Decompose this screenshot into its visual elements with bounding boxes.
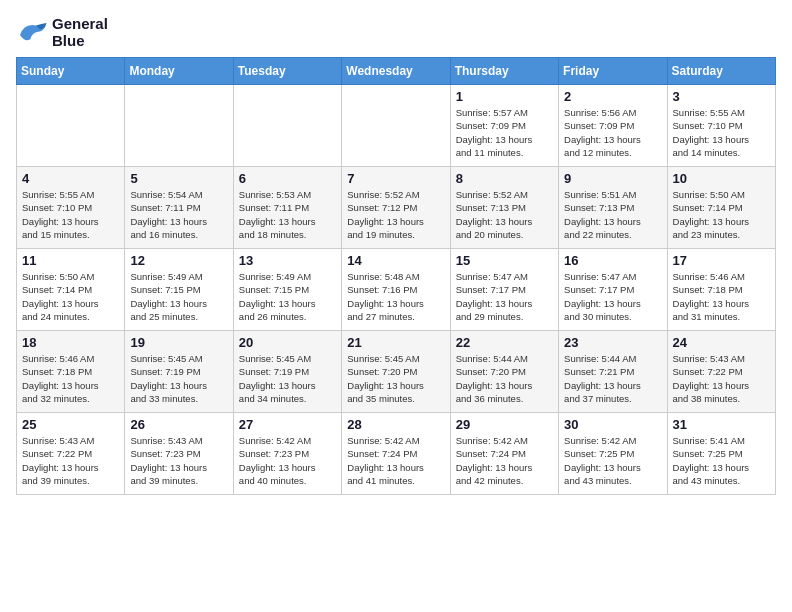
day-number: 10 <box>673 171 770 186</box>
day-info: Sunrise: 5:53 AM Sunset: 7:11 PM Dayligh… <box>239 188 336 241</box>
day-info: Sunrise: 5:57 AM Sunset: 7:09 PM Dayligh… <box>456 106 553 159</box>
logo: General Blue <box>16 16 108 49</box>
day-number: 13 <box>239 253 336 268</box>
calendar-week-row: 4Sunrise: 5:55 AM Sunset: 7:10 PM Daylig… <box>17 167 776 249</box>
calendar-day-cell <box>125 85 233 167</box>
day-of-week-header: Friday <box>559 58 667 85</box>
calendar-day-cell: 28Sunrise: 5:42 AM Sunset: 7:24 PM Dayli… <box>342 413 450 495</box>
day-info: Sunrise: 5:43 AM Sunset: 7:22 PM Dayligh… <box>22 434 119 487</box>
day-info: Sunrise: 5:46 AM Sunset: 7:18 PM Dayligh… <box>22 352 119 405</box>
day-info: Sunrise: 5:44 AM Sunset: 7:20 PM Dayligh… <box>456 352 553 405</box>
day-number: 25 <box>22 417 119 432</box>
day-of-week-header: Tuesday <box>233 58 341 85</box>
calendar-day-cell: 19Sunrise: 5:45 AM Sunset: 7:19 PM Dayli… <box>125 331 233 413</box>
calendar-day-cell: 30Sunrise: 5:42 AM Sunset: 7:25 PM Dayli… <box>559 413 667 495</box>
page-header: General Blue <box>16 16 776 49</box>
day-number: 1 <box>456 89 553 104</box>
day-number: 26 <box>130 417 227 432</box>
day-info: Sunrise: 5:56 AM Sunset: 7:09 PM Dayligh… <box>564 106 661 159</box>
day-of-week-header: Sunday <box>17 58 125 85</box>
day-of-week-header: Wednesday <box>342 58 450 85</box>
day-info: Sunrise: 5:41 AM Sunset: 7:25 PM Dayligh… <box>673 434 770 487</box>
day-number: 2 <box>564 89 661 104</box>
day-info: Sunrise: 5:42 AM Sunset: 7:23 PM Dayligh… <box>239 434 336 487</box>
day-number: 16 <box>564 253 661 268</box>
calendar-day-cell: 7Sunrise: 5:52 AM Sunset: 7:12 PM Daylig… <box>342 167 450 249</box>
day-of-week-header: Monday <box>125 58 233 85</box>
calendar-day-cell: 22Sunrise: 5:44 AM Sunset: 7:20 PM Dayli… <box>450 331 558 413</box>
day-number: 3 <box>673 89 770 104</box>
day-number: 20 <box>239 335 336 350</box>
day-number: 23 <box>564 335 661 350</box>
day-number: 8 <box>456 171 553 186</box>
calendar-day-cell <box>17 85 125 167</box>
day-info: Sunrise: 5:51 AM Sunset: 7:13 PM Dayligh… <box>564 188 661 241</box>
calendar-day-cell <box>233 85 341 167</box>
calendar-day-cell <box>342 85 450 167</box>
calendar-day-cell: 23Sunrise: 5:44 AM Sunset: 7:21 PM Dayli… <box>559 331 667 413</box>
calendar-day-cell: 13Sunrise: 5:49 AM Sunset: 7:15 PM Dayli… <box>233 249 341 331</box>
day-info: Sunrise: 5:44 AM Sunset: 7:21 PM Dayligh… <box>564 352 661 405</box>
day-info: Sunrise: 5:45 AM Sunset: 7:19 PM Dayligh… <box>130 352 227 405</box>
logo-bird-icon <box>16 19 48 47</box>
calendar-day-cell: 3Sunrise: 5:55 AM Sunset: 7:10 PM Daylig… <box>667 85 775 167</box>
calendar-day-cell: 5Sunrise: 5:54 AM Sunset: 7:11 PM Daylig… <box>125 167 233 249</box>
calendar-day-cell: 16Sunrise: 5:47 AM Sunset: 7:17 PM Dayli… <box>559 249 667 331</box>
calendar-week-row: 25Sunrise: 5:43 AM Sunset: 7:22 PM Dayli… <box>17 413 776 495</box>
calendar-day-cell: 2Sunrise: 5:56 AM Sunset: 7:09 PM Daylig… <box>559 85 667 167</box>
day-number: 19 <box>130 335 227 350</box>
calendar-week-row: 11Sunrise: 5:50 AM Sunset: 7:14 PM Dayli… <box>17 249 776 331</box>
day-number: 7 <box>347 171 444 186</box>
day-number: 27 <box>239 417 336 432</box>
calendar-day-cell: 14Sunrise: 5:48 AM Sunset: 7:16 PM Dayli… <box>342 249 450 331</box>
calendar-day-cell: 31Sunrise: 5:41 AM Sunset: 7:25 PM Dayli… <box>667 413 775 495</box>
calendar-day-cell: 20Sunrise: 5:45 AM Sunset: 7:19 PM Dayli… <box>233 331 341 413</box>
day-info: Sunrise: 5:52 AM Sunset: 7:12 PM Dayligh… <box>347 188 444 241</box>
day-number: 18 <box>22 335 119 350</box>
calendar-week-row: 18Sunrise: 5:46 AM Sunset: 7:18 PM Dayli… <box>17 331 776 413</box>
day-number: 28 <box>347 417 444 432</box>
day-number: 22 <box>456 335 553 350</box>
calendar-day-cell: 24Sunrise: 5:43 AM Sunset: 7:22 PM Dayli… <box>667 331 775 413</box>
day-info: Sunrise: 5:47 AM Sunset: 7:17 PM Dayligh… <box>456 270 553 323</box>
day-info: Sunrise: 5:46 AM Sunset: 7:18 PM Dayligh… <box>673 270 770 323</box>
day-number: 15 <box>456 253 553 268</box>
calendar-day-cell: 18Sunrise: 5:46 AM Sunset: 7:18 PM Dayli… <box>17 331 125 413</box>
day-number: 30 <box>564 417 661 432</box>
logo-text: General Blue <box>52 16 108 49</box>
calendar-day-cell: 29Sunrise: 5:42 AM Sunset: 7:24 PM Dayli… <box>450 413 558 495</box>
day-info: Sunrise: 5:42 AM Sunset: 7:25 PM Dayligh… <box>564 434 661 487</box>
day-number: 21 <box>347 335 444 350</box>
day-number: 31 <box>673 417 770 432</box>
day-info: Sunrise: 5:43 AM Sunset: 7:23 PM Dayligh… <box>130 434 227 487</box>
day-info: Sunrise: 5:52 AM Sunset: 7:13 PM Dayligh… <box>456 188 553 241</box>
calendar-day-cell: 27Sunrise: 5:42 AM Sunset: 7:23 PM Dayli… <box>233 413 341 495</box>
day-number: 14 <box>347 253 444 268</box>
calendar-day-cell: 8Sunrise: 5:52 AM Sunset: 7:13 PM Daylig… <box>450 167 558 249</box>
day-info: Sunrise: 5:49 AM Sunset: 7:15 PM Dayligh… <box>239 270 336 323</box>
day-number: 9 <box>564 171 661 186</box>
calendar-day-cell: 26Sunrise: 5:43 AM Sunset: 7:23 PM Dayli… <box>125 413 233 495</box>
day-number: 6 <box>239 171 336 186</box>
day-info: Sunrise: 5:50 AM Sunset: 7:14 PM Dayligh… <box>22 270 119 323</box>
day-number: 24 <box>673 335 770 350</box>
calendar-day-cell: 17Sunrise: 5:46 AM Sunset: 7:18 PM Dayli… <box>667 249 775 331</box>
day-info: Sunrise: 5:48 AM Sunset: 7:16 PM Dayligh… <box>347 270 444 323</box>
calendar-day-cell: 10Sunrise: 5:50 AM Sunset: 7:14 PM Dayli… <box>667 167 775 249</box>
day-info: Sunrise: 5:55 AM Sunset: 7:10 PM Dayligh… <box>22 188 119 241</box>
day-info: Sunrise: 5:49 AM Sunset: 7:15 PM Dayligh… <box>130 270 227 323</box>
calendar-day-cell: 25Sunrise: 5:43 AM Sunset: 7:22 PM Dayli… <box>17 413 125 495</box>
calendar-day-cell: 1Sunrise: 5:57 AM Sunset: 7:09 PM Daylig… <box>450 85 558 167</box>
calendar-week-row: 1Sunrise: 5:57 AM Sunset: 7:09 PM Daylig… <box>17 85 776 167</box>
day-info: Sunrise: 5:47 AM Sunset: 7:17 PM Dayligh… <box>564 270 661 323</box>
day-info: Sunrise: 5:50 AM Sunset: 7:14 PM Dayligh… <box>673 188 770 241</box>
day-number: 12 <box>130 253 227 268</box>
day-info: Sunrise: 5:54 AM Sunset: 7:11 PM Dayligh… <box>130 188 227 241</box>
day-number: 4 <box>22 171 119 186</box>
day-number: 29 <box>456 417 553 432</box>
calendar-day-cell: 15Sunrise: 5:47 AM Sunset: 7:17 PM Dayli… <box>450 249 558 331</box>
calendar-day-cell: 12Sunrise: 5:49 AM Sunset: 7:15 PM Dayli… <box>125 249 233 331</box>
day-info: Sunrise: 5:45 AM Sunset: 7:20 PM Dayligh… <box>347 352 444 405</box>
day-number: 5 <box>130 171 227 186</box>
day-number: 11 <box>22 253 119 268</box>
